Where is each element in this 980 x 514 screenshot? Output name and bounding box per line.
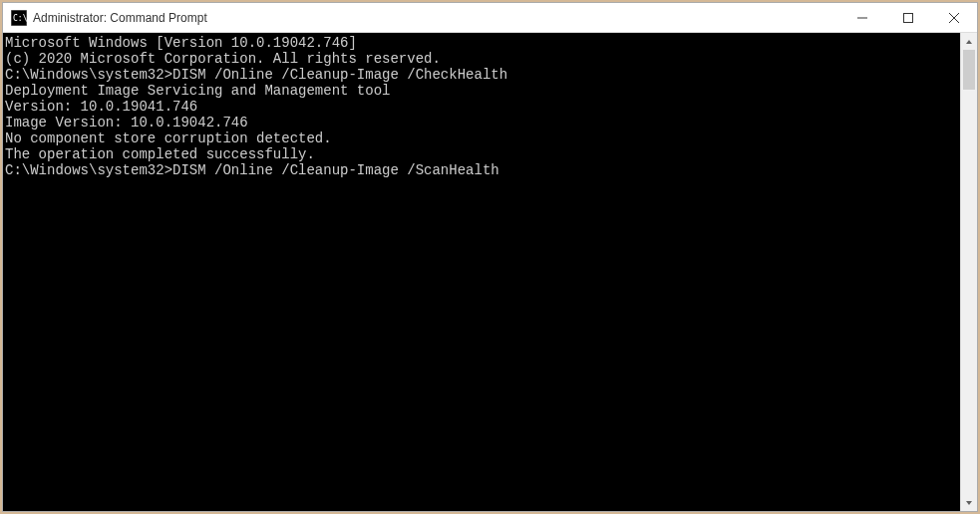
window-controls (839, 3, 977, 32)
window: C:\ Administrator: Command Prompt Micros… (2, 2, 978, 512)
svg-rect-4 (904, 13, 913, 22)
terminal-line: Microsoft Windows [Version 10.0.19042.74… (5, 35, 960, 51)
terminal-output[interactable]: Microsoft Windows [Version 10.0.19042.74… (3, 33, 960, 511)
titlebar[interactable]: C:\ Administrator: Command Prompt (3, 3, 977, 33)
window-title: Administrator: Command Prompt (33, 11, 839, 25)
maximize-button[interactable] (885, 3, 931, 32)
minimize-button[interactable] (839, 3, 885, 32)
content-area: Microsoft Windows [Version 10.0.19042.74… (3, 33, 977, 511)
scroll-up-arrow[interactable] (961, 33, 977, 50)
terminal-line: Version: 10.0.19041.746 (5, 99, 960, 115)
terminal-line: (c) 2020 Microsoft Corporation. All righ… (5, 51, 960, 67)
terminal-line: No component store corruption detected. (5, 130, 960, 146)
vertical-scrollbar[interactable] (960, 33, 977, 511)
scroll-thumb[interactable] (963, 50, 975, 90)
scroll-track[interactable] (961, 50, 977, 494)
svg-text:C:\: C:\ (13, 14, 27, 23)
terminal-line: The operation completed successfully. (5, 146, 960, 162)
terminal-line: C:\Windows\system32>DISM /Online /Cleanu… (5, 67, 960, 83)
scroll-down-arrow[interactable] (961, 494, 977, 511)
terminal-line: C:\Windows\system32>DISM /Online /Cleanu… (5, 162, 960, 178)
terminal-line: Deployment Image Servicing and Managemen… (5, 83, 960, 99)
cmd-icon: C:\ (11, 10, 27, 26)
close-button[interactable] (931, 3, 977, 32)
svg-marker-7 (966, 40, 972, 44)
svg-marker-8 (966, 501, 972, 505)
terminal-line: Image Version: 10.0.19042.746 (5, 115, 960, 130)
